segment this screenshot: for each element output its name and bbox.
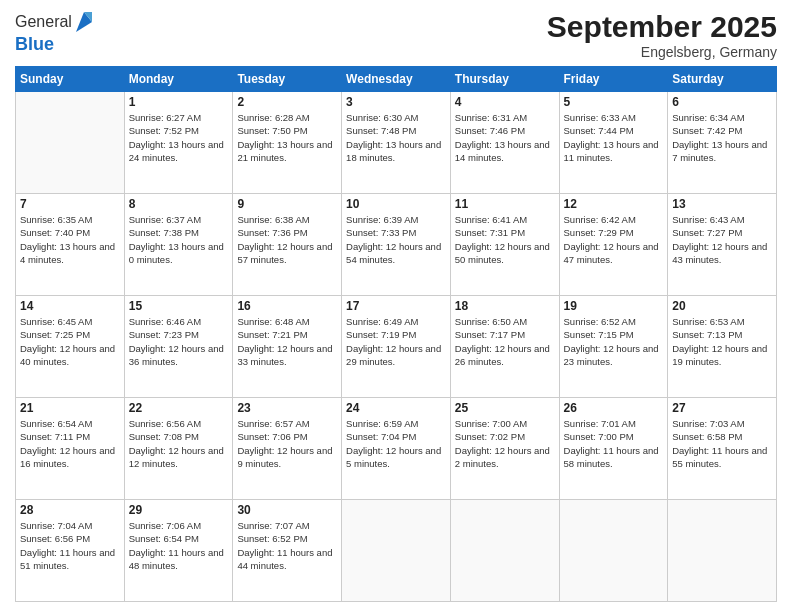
table-row <box>668 500 777 602</box>
table-row: 14Sunrise: 6:45 AMSunset: 7:25 PMDayligh… <box>16 296 125 398</box>
day-number: 13 <box>672 197 772 211</box>
day-info: Sunrise: 7:06 AMSunset: 6:54 PMDaylight:… <box>129 519 229 572</box>
logo-blue-text: Blue <box>15 34 94 55</box>
table-row: 17Sunrise: 6:49 AMSunset: 7:19 PMDayligh… <box>342 296 451 398</box>
day-number: 29 <box>129 503 229 517</box>
table-row: 8Sunrise: 6:37 AMSunset: 7:38 PMDaylight… <box>124 194 233 296</box>
day-number: 27 <box>672 401 772 415</box>
table-row: 27Sunrise: 7:03 AMSunset: 6:58 PMDayligh… <box>668 398 777 500</box>
day-info: Sunrise: 6:49 AMSunset: 7:19 PMDaylight:… <box>346 315 446 368</box>
table-row: 18Sunrise: 6:50 AMSunset: 7:17 PMDayligh… <box>450 296 559 398</box>
day-info: Sunrise: 6:31 AMSunset: 7:46 PMDaylight:… <box>455 111 555 164</box>
day-number: 17 <box>346 299 446 313</box>
day-number: 14 <box>20 299 120 313</box>
table-row: 16Sunrise: 6:48 AMSunset: 7:21 PMDayligh… <box>233 296 342 398</box>
col-wednesday: Wednesday <box>342 67 451 92</box>
location: Engelsberg, Germany <box>547 44 777 60</box>
day-info: Sunrise: 6:35 AMSunset: 7:40 PMDaylight:… <box>20 213 120 266</box>
day-info: Sunrise: 6:30 AMSunset: 7:48 PMDaylight:… <box>346 111 446 164</box>
day-number: 25 <box>455 401 555 415</box>
table-row <box>450 500 559 602</box>
table-row: 21Sunrise: 6:54 AMSunset: 7:11 PMDayligh… <box>16 398 125 500</box>
day-info: Sunrise: 7:01 AMSunset: 7:00 PMDaylight:… <box>564 417 664 470</box>
title-block: September 2025 Engelsberg, Germany <box>547 10 777 60</box>
day-number: 18 <box>455 299 555 313</box>
table-row: 29Sunrise: 7:06 AMSunset: 6:54 PMDayligh… <box>124 500 233 602</box>
col-friday: Friday <box>559 67 668 92</box>
calendar-table: Sunday Monday Tuesday Wednesday Thursday… <box>15 66 777 602</box>
day-number: 2 <box>237 95 337 109</box>
day-number: 1 <box>129 95 229 109</box>
table-row: 5Sunrise: 6:33 AMSunset: 7:44 PMDaylight… <box>559 92 668 194</box>
table-row: 2Sunrise: 6:28 AMSunset: 7:50 PMDaylight… <box>233 92 342 194</box>
day-info: Sunrise: 6:33 AMSunset: 7:44 PMDaylight:… <box>564 111 664 164</box>
col-sunday: Sunday <box>16 67 125 92</box>
day-number: 3 <box>346 95 446 109</box>
table-row: 23Sunrise: 6:57 AMSunset: 7:06 PMDayligh… <box>233 398 342 500</box>
table-row: 1Sunrise: 6:27 AMSunset: 7:52 PMDaylight… <box>124 92 233 194</box>
table-row <box>16 92 125 194</box>
day-number: 21 <box>20 401 120 415</box>
table-row: 30Sunrise: 7:07 AMSunset: 6:52 PMDayligh… <box>233 500 342 602</box>
day-number: 23 <box>237 401 337 415</box>
day-number: 4 <box>455 95 555 109</box>
day-info: Sunrise: 6:43 AMSunset: 7:27 PMDaylight:… <box>672 213 772 266</box>
table-row: 10Sunrise: 6:39 AMSunset: 7:33 PMDayligh… <box>342 194 451 296</box>
col-monday: Monday <box>124 67 233 92</box>
logo: General Blue <box>15 10 94 55</box>
table-row: 12Sunrise: 6:42 AMSunset: 7:29 PMDayligh… <box>559 194 668 296</box>
day-info: Sunrise: 6:50 AMSunset: 7:17 PMDaylight:… <box>455 315 555 368</box>
day-info: Sunrise: 6:41 AMSunset: 7:31 PMDaylight:… <box>455 213 555 266</box>
day-info: Sunrise: 6:34 AMSunset: 7:42 PMDaylight:… <box>672 111 772 164</box>
day-info: Sunrise: 6:56 AMSunset: 7:08 PMDaylight:… <box>129 417 229 470</box>
table-row: 7Sunrise: 6:35 AMSunset: 7:40 PMDaylight… <box>16 194 125 296</box>
table-row: 3Sunrise: 6:30 AMSunset: 7:48 PMDaylight… <box>342 92 451 194</box>
day-number: 30 <box>237 503 337 517</box>
col-saturday: Saturday <box>668 67 777 92</box>
table-row <box>559 500 668 602</box>
table-row: 6Sunrise: 6:34 AMSunset: 7:42 PMDaylight… <box>668 92 777 194</box>
day-info: Sunrise: 6:42 AMSunset: 7:29 PMDaylight:… <box>564 213 664 266</box>
day-number: 16 <box>237 299 337 313</box>
day-info: Sunrise: 6:28 AMSunset: 7:50 PMDaylight:… <box>237 111 337 164</box>
day-info: Sunrise: 7:00 AMSunset: 7:02 PMDaylight:… <box>455 417 555 470</box>
table-row: 22Sunrise: 6:56 AMSunset: 7:08 PMDayligh… <box>124 398 233 500</box>
table-row: 15Sunrise: 6:46 AMSunset: 7:23 PMDayligh… <box>124 296 233 398</box>
month-title: September 2025 <box>547 10 777 44</box>
table-row: 20Sunrise: 6:53 AMSunset: 7:13 PMDayligh… <box>668 296 777 398</box>
table-row: 19Sunrise: 6:52 AMSunset: 7:15 PMDayligh… <box>559 296 668 398</box>
calendar-week-row: 28Sunrise: 7:04 AMSunset: 6:56 PMDayligh… <box>16 500 777 602</box>
day-number: 28 <box>20 503 120 517</box>
table-row: 28Sunrise: 7:04 AMSunset: 6:56 PMDayligh… <box>16 500 125 602</box>
day-info: Sunrise: 6:52 AMSunset: 7:15 PMDaylight:… <box>564 315 664 368</box>
table-row: 25Sunrise: 7:00 AMSunset: 7:02 PMDayligh… <box>450 398 559 500</box>
calendar-week-row: 21Sunrise: 6:54 AMSunset: 7:11 PMDayligh… <box>16 398 777 500</box>
day-info: Sunrise: 6:46 AMSunset: 7:23 PMDaylight:… <box>129 315 229 368</box>
day-number: 10 <box>346 197 446 211</box>
day-info: Sunrise: 6:45 AMSunset: 7:25 PMDaylight:… <box>20 315 120 368</box>
day-number: 11 <box>455 197 555 211</box>
day-info: Sunrise: 6:48 AMSunset: 7:21 PMDaylight:… <box>237 315 337 368</box>
table-row: 26Sunrise: 7:01 AMSunset: 7:00 PMDayligh… <box>559 398 668 500</box>
day-info: Sunrise: 6:27 AMSunset: 7:52 PMDaylight:… <box>129 111 229 164</box>
day-number: 7 <box>20 197 120 211</box>
day-info: Sunrise: 6:37 AMSunset: 7:38 PMDaylight:… <box>129 213 229 266</box>
day-number: 6 <box>672 95 772 109</box>
day-number: 24 <box>346 401 446 415</box>
day-number: 12 <box>564 197 664 211</box>
day-number: 8 <box>129 197 229 211</box>
day-info: Sunrise: 6:59 AMSunset: 7:04 PMDaylight:… <box>346 417 446 470</box>
table-row: 24Sunrise: 6:59 AMSunset: 7:04 PMDayligh… <box>342 398 451 500</box>
calendar-week-row: 1Sunrise: 6:27 AMSunset: 7:52 PMDaylight… <box>16 92 777 194</box>
day-info: Sunrise: 7:07 AMSunset: 6:52 PMDaylight:… <box>237 519 337 572</box>
day-info: Sunrise: 6:38 AMSunset: 7:36 PMDaylight:… <box>237 213 337 266</box>
col-tuesday: Tuesday <box>233 67 342 92</box>
calendar-week-row: 14Sunrise: 6:45 AMSunset: 7:25 PMDayligh… <box>16 296 777 398</box>
day-number: 20 <box>672 299 772 313</box>
day-number: 19 <box>564 299 664 313</box>
table-row: 4Sunrise: 6:31 AMSunset: 7:46 PMDaylight… <box>450 92 559 194</box>
table-row: 13Sunrise: 6:43 AMSunset: 7:27 PMDayligh… <box>668 194 777 296</box>
col-thursday: Thursday <box>450 67 559 92</box>
header: General Blue September 2025 Engelsberg, … <box>15 10 777 60</box>
table-row: 11Sunrise: 6:41 AMSunset: 7:31 PMDayligh… <box>450 194 559 296</box>
